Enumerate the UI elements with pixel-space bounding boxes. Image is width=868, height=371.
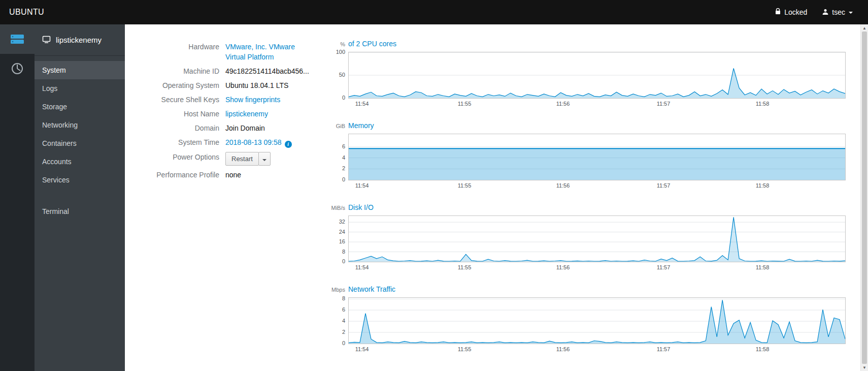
x-tick-label: 11:58 bbox=[756, 101, 770, 107]
hardware-link[interactable]: VMware, Inc. VMware Virtual Platform bbox=[225, 43, 295, 61]
chart-title-network-traffic[interactable]: Network Traffic bbox=[348, 285, 395, 293]
x-tick-label: 11:57 bbox=[657, 182, 671, 189]
sidebar-item-containers[interactable]: Containers bbox=[35, 134, 125, 152]
vertical-scrollbar[interactable]: ▲ ▼ bbox=[860, 24, 868, 371]
y-axis: 050100 bbox=[328, 52, 348, 99]
y-tick-label: 4 bbox=[342, 154, 345, 161]
dashboard-app-icon[interactable] bbox=[0, 54, 35, 83]
x-tick-label: 11:54 bbox=[355, 101, 369, 107]
y-tick-label: 0 bbox=[342, 340, 345, 346]
chart-title-disk-i-o[interactable]: Disk I/O bbox=[348, 203, 374, 211]
scrollbar-thumb[interactable] bbox=[862, 32, 867, 364]
chart-title-of-2-cpu-cores[interactable]: of 2 CPU cores bbox=[348, 40, 396, 48]
system-info: HardwareVMware, Inc. VMware Virtual Plat… bbox=[125, 40, 328, 371]
x-tick-label: 11:54 bbox=[355, 264, 369, 270]
info-label: Performance Profile bbox=[125, 170, 225, 180]
info-label: System Time bbox=[125, 137, 225, 148]
top-navbar: UBUNTU Locked tsec bbox=[0, 0, 868, 24]
system-time-link[interactable]: 2018-08-13 09:58 bbox=[225, 138, 282, 146]
plot-area-network-traffic[interactable] bbox=[348, 297, 846, 344]
chart-body: 050100 bbox=[328, 52, 860, 99]
x-tick-label: 11:56 bbox=[556, 101, 570, 107]
sidebar-item-accounts[interactable]: Accounts bbox=[35, 152, 125, 171]
plot-area-disk-i-o[interactable] bbox=[348, 215, 846, 262]
scroll-up-arrow[interactable]: ▲ bbox=[861, 24, 868, 32]
chart-memory: GiBMemory024611:5411:5511:5611:5711:58 bbox=[328, 121, 860, 190]
machines-app-icon[interactable] bbox=[0, 24, 35, 54]
info-label: Secure Shell Keys bbox=[125, 95, 225, 105]
y-tick-label: 8 bbox=[342, 249, 345, 255]
info-value: Restart bbox=[225, 152, 316, 166]
sidebar-item-logs[interactable]: Logs bbox=[35, 79, 125, 98]
host-selector[interactable]: lipstickenemy bbox=[35, 24, 125, 56]
plot-area-memory[interactable] bbox=[348, 134, 846, 180]
plot-area-of-2-cpu-cores[interactable] bbox=[348, 52, 846, 99]
server-icon bbox=[10, 33, 24, 45]
info-row: HardwareVMware, Inc. VMware Virtual Plat… bbox=[125, 40, 328, 64]
chart-network-traffic: MbpsNetwork Traffic0246811:5411:5511:561… bbox=[328, 285, 860, 354]
info-row: Performance Profilenone bbox=[125, 168, 328, 182]
y-axis: 0246 bbox=[328, 134, 348, 180]
y-tick-label: 50 bbox=[339, 72, 345, 78]
operating-system-value: Ubuntu 18.04.1 LTS bbox=[225, 81, 288, 89]
info-label: Machine ID bbox=[125, 66, 225, 76]
y-tick-label: 2 bbox=[342, 329, 345, 335]
host-name-link[interactable]: lipstickenemy bbox=[225, 110, 268, 118]
chart-unit-label: Mbps bbox=[328, 287, 348, 293]
x-tick-label: 11:54 bbox=[355, 182, 369, 189]
x-tick-label: 11:56 bbox=[556, 182, 570, 189]
locked-indicator[interactable]: Locked bbox=[775, 8, 807, 16]
chart-title-memory[interactable]: Memory bbox=[348, 121, 374, 130]
chart-head: %of 2 CPU cores bbox=[328, 40, 860, 49]
machine-id-value: 49c1822514114bacb456... bbox=[225, 67, 309, 75]
sidebar-item-services[interactable]: Services bbox=[35, 171, 125, 189]
topbar-right: Locked tsec bbox=[775, 8, 853, 16]
charts-column: %of 2 CPU cores05010011:5411:5511:5611:5… bbox=[328, 40, 860, 371]
x-axis: 11:5411:5511:5611:5711:58 bbox=[348, 101, 846, 108]
sidebar-nav: SystemLogsStorageNetworkingContainersAcc… bbox=[35, 56, 125, 221]
y-tick-label: 0 bbox=[342, 95, 345, 101]
info-row: Machine ID49c1822514114bacb456... bbox=[125, 64, 328, 78]
chart-head: MbpsNetwork Traffic bbox=[328, 285, 860, 294]
info-label: Domain bbox=[125, 123, 225, 133]
x-tick-label: 11:55 bbox=[458, 264, 472, 270]
info-value: VMware, Inc. VMware Virtual Platform bbox=[225, 42, 316, 62]
info-row: Host Namelipstickenemy bbox=[125, 107, 328, 121]
y-tick-label: 24 bbox=[339, 229, 345, 235]
y-axis: 02468 bbox=[328, 297, 348, 344]
y-tick-label: 32 bbox=[339, 219, 345, 225]
restart-button[interactable]: Restart bbox=[225, 152, 259, 166]
info-value: Ubuntu 18.04.1 LTS bbox=[225, 80, 316, 90]
join-domain-link[interactable]: Join Domain bbox=[225, 124, 265, 132]
x-tick-label: 11:56 bbox=[556, 264, 570, 270]
chevron-down-icon bbox=[849, 12, 853, 14]
y-tick-label: 6 bbox=[342, 306, 345, 313]
info-row: Operating SystemUbuntu 18.04.1 LTS bbox=[125, 78, 328, 92]
info-label: Hardware bbox=[125, 42, 225, 62]
y-tick-label: 16 bbox=[339, 238, 345, 244]
info-row: System Time2018-08-13 09:58i bbox=[125, 135, 328, 150]
x-tick-label: 11:57 bbox=[657, 346, 671, 352]
chart-body: 02468 bbox=[328, 297, 860, 344]
x-tick-label: 11:57 bbox=[657, 101, 671, 107]
time-info-icon[interactable]: i bbox=[285, 141, 292, 148]
chevron-down-icon bbox=[262, 159, 266, 161]
info-label: Operating System bbox=[125, 80, 225, 90]
sidebar-item-networking[interactable]: Networking bbox=[35, 116, 125, 134]
sidebar-item-system[interactable]: System bbox=[35, 61, 125, 79]
chart-body: 0246 bbox=[328, 134, 860, 180]
y-tick-label: 2 bbox=[342, 165, 345, 171]
scroll-down-arrow[interactable]: ▼ bbox=[861, 364, 868, 371]
chart-head: MiB/sDisk I/O bbox=[328, 203, 860, 212]
x-tick-label: 11:55 bbox=[458, 182, 472, 189]
host-name-label: lipstickenemy bbox=[56, 36, 102, 44]
user-menu[interactable]: tsec bbox=[822, 8, 853, 16]
sidebar-item-terminal[interactable]: Terminal bbox=[35, 202, 125, 221]
show-fingerprints-link[interactable]: Show fingerprints bbox=[225, 96, 280, 104]
info-value: 2018-08-13 09:58i bbox=[225, 137, 316, 148]
x-axis: 11:5411:5511:5611:5711:58 bbox=[348, 182, 846, 190]
power-options-dropdown-toggle[interactable] bbox=[258, 152, 271, 166]
info-value: lipstickenemy bbox=[225, 109, 316, 119]
sidebar: lipstickenemy SystemLogsStorageNetworkin… bbox=[35, 24, 125, 371]
sidebar-item-storage[interactable]: Storage bbox=[35, 98, 125, 116]
